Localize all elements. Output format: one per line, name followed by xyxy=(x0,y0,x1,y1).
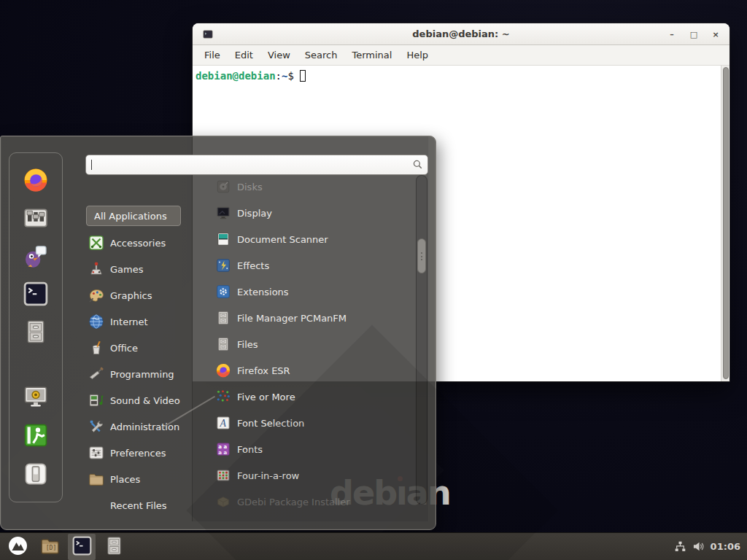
application-firefox-esr[interactable]: Firefox ESR xyxy=(213,357,416,384)
system-tray: 01:06 xyxy=(674,540,747,553)
extensions-icon xyxy=(216,284,231,299)
tray-button-network[interactable] xyxy=(674,540,687,553)
favorite-volume-control[interactable] xyxy=(23,206,49,232)
menubar-item-terminal[interactable]: Terminal xyxy=(344,47,399,63)
taskbar-button-terminal-window[interactable] xyxy=(68,534,96,560)
terminal-cursor xyxy=(300,70,306,82)
clock[interactable]: 01:06 xyxy=(711,541,740,552)
four-in-a-row-icon xyxy=(216,468,231,483)
terminal-menubar: FileEditViewSearchTerminalHelp xyxy=(193,45,729,66)
programming-icon xyxy=(88,366,104,382)
application-files[interactable]: Files xyxy=(213,331,416,357)
application-document-scanner[interactable]: Document Scanner xyxy=(213,226,416,252)
session-list xyxy=(9,384,62,488)
gdebi-icon xyxy=(216,494,231,509)
category-games[interactable]: Games xyxy=(86,256,194,282)
menubar-item-search[interactable]: Search xyxy=(298,47,345,63)
office-icon xyxy=(88,340,104,356)
shutdown-icon xyxy=(23,462,48,489)
favorite-firefox[interactable] xyxy=(23,168,49,194)
menubar-item-edit[interactable]: Edit xyxy=(228,47,260,63)
session-button-logout[interactable] xyxy=(23,423,49,449)
menubar-item-file[interactable]: File xyxy=(197,47,228,63)
desktop: debıan debian@debian: ~ –□× FileEditView… xyxy=(0,0,747,560)
taskbar-button-menu[interactable] xyxy=(4,534,31,560)
svg-text:A: A xyxy=(220,418,227,429)
terminal-icon xyxy=(23,281,48,308)
search-input[interactable] xyxy=(85,155,428,175)
category-recent-files[interactable]: Recent Files xyxy=(86,492,194,518)
window-button-minimize[interactable]: – xyxy=(667,30,677,39)
category-list: All Applications Accessories Games Graph… xyxy=(86,203,194,518)
category-graphics[interactable]: Graphics xyxy=(86,282,194,308)
taskbar: [D] 01:06 xyxy=(0,532,747,560)
administration-icon xyxy=(88,419,104,435)
titlebar[interactable]: debian@debian: ~ –□× xyxy=(193,23,729,45)
terminal-scrollbar[interactable] xyxy=(721,66,729,381)
magnifier-icon xyxy=(412,159,423,173)
menu-scrollbar-thumb[interactable] xyxy=(417,238,426,273)
favorites-sidebar xyxy=(9,152,63,502)
five-or-more-icon xyxy=(216,389,231,404)
window-title: debian@debian: ~ xyxy=(193,23,729,45)
application-file-manager-pcmanfm[interactable]: File Manager PCManFM xyxy=(213,305,416,331)
font-selection-icon: A xyxy=(216,416,231,430)
application-font-selection[interactable]: A Font Selection xyxy=(213,410,416,436)
text-caret xyxy=(91,160,92,170)
window-button-maximize[interactable]: □ xyxy=(689,30,699,39)
category-all-applications[interactable]: All Applications xyxy=(86,206,181,226)
accessories-icon xyxy=(88,235,104,251)
prompt-line: debian@debian:~$ xyxy=(193,66,729,83)
prompt-colon: : xyxy=(276,70,282,82)
application-four-in-a-row[interactable]: Four-in-a-row xyxy=(213,462,416,489)
session-button-shutdown[interactable] xyxy=(23,462,49,488)
file-cabinet-icon xyxy=(23,319,48,346)
menubar-item-view[interactable]: View xyxy=(260,47,298,63)
file-cabinet-icon xyxy=(216,311,231,325)
app-menu: All Applications Accessories Games Graph… xyxy=(0,136,436,530)
prompt-user-host: debian@debian xyxy=(196,70,276,82)
application-five-or-more[interactable]: Five or More xyxy=(213,384,416,410)
application-effects[interactable]: Effects xyxy=(213,252,416,279)
firefox-icon xyxy=(23,168,48,195)
menubar-item-help[interactable]: Help xyxy=(399,47,436,63)
category-programming[interactable]: Programming xyxy=(86,361,194,387)
session-button-lock-screen[interactable] xyxy=(23,384,49,411)
svg-text:[D]: [D] xyxy=(45,544,56,551)
tray-button-volume[interactable] xyxy=(692,540,705,553)
taskbar-button-file-manager[interactable]: [D] xyxy=(36,534,63,560)
file-cabinet-icon xyxy=(216,337,231,351)
taskbar-launchers: [D] xyxy=(0,534,128,560)
application-display[interactable]: Display xyxy=(213,200,416,226)
svg-text:a a: a a xyxy=(218,450,227,456)
terminal-icon xyxy=(72,536,92,558)
folder-icon: [D] xyxy=(40,536,60,558)
category-office[interactable]: Office xyxy=(86,335,194,361)
internet-icon xyxy=(88,314,104,330)
category-preferences[interactable]: Preferences xyxy=(86,440,194,466)
category-internet[interactable]: Internet xyxy=(86,308,194,335)
application-extensions[interactable]: Extensions xyxy=(213,279,416,305)
favorite-pidgin[interactable] xyxy=(23,244,49,270)
window-controls: –□× xyxy=(667,23,721,45)
favorites-list xyxy=(9,153,62,346)
application-fonts[interactable]: a aa a Fonts xyxy=(213,436,416,462)
tray-icons xyxy=(674,540,705,553)
application-list: Disks Display Document Scanner Effects E… xyxy=(213,174,416,515)
terminal-scrollbar-thumb[interactable] xyxy=(723,67,729,379)
category-accessories[interactable]: Accessories xyxy=(86,230,194,256)
favorite-files[interactable] xyxy=(23,319,49,346)
taskbar-button-files[interactable] xyxy=(100,534,128,560)
window-button-close[interactable]: × xyxy=(711,30,721,39)
category-places[interactable]: Places xyxy=(86,466,194,492)
application-gdebi-package-installer[interactable]: GDebi Package Installer xyxy=(213,489,416,515)
favorite-terminal[interactable] xyxy=(23,281,49,308)
application-disks[interactable]: Disks xyxy=(213,174,416,200)
display-icon xyxy=(216,206,231,220)
places-icon xyxy=(88,471,104,487)
category-sound-video[interactable]: Sound & Video xyxy=(86,387,194,413)
menu-scrollbar[interactable] xyxy=(416,175,427,505)
menu-logo-icon xyxy=(8,536,28,558)
wallpaper-watermark: debıan xyxy=(330,476,450,510)
firefox-icon xyxy=(216,363,231,378)
